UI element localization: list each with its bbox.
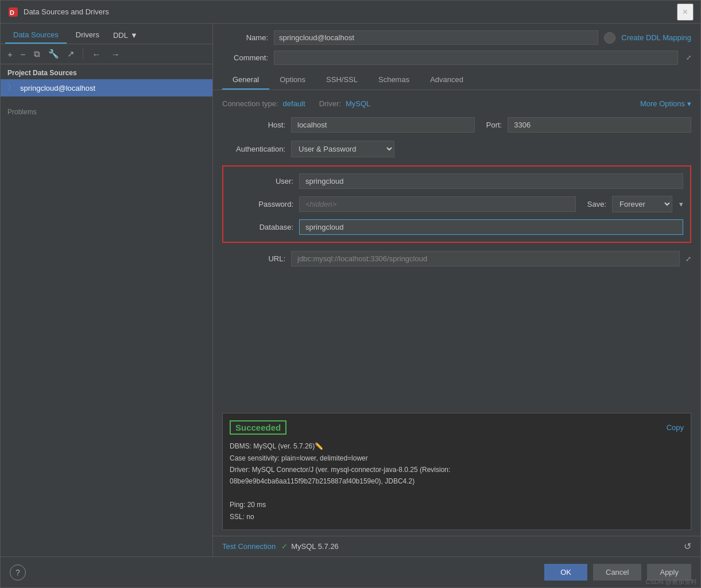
url-row: URL: ⤢ (222, 251, 691, 266)
url-input[interactable] (291, 251, 680, 266)
success-line-4: 08be9e9b4cba6aa115f9b27b215887af40b159e0… (230, 475, 684, 487)
user-row: User: (230, 173, 683, 189)
back-button[interactable]: ← (89, 48, 104, 60)
password-label: Password: (230, 200, 293, 208)
tab-advanced[interactable]: Advanced (420, 71, 474, 90)
datasource-name: springcloud@localhost (20, 84, 95, 92)
success-section: Succeeded Copy DBMS: MySQL (ver. 5.7.26)… (222, 413, 691, 530)
app-icon: D (7, 6, 19, 18)
main-content: Data Sources Drivers DDL ▼ + − ⧉ (1, 24, 700, 556)
conn-type-row: Connection type: default Driver: MySQL M… (222, 99, 691, 108)
problems-section: Problems (1, 101, 212, 123)
toolbar-row: + − ⧉ 🔧 ↗ ← → (1, 44, 212, 64)
auth-label: Authentication: (222, 145, 285, 153)
driver-label: Driver: (319, 99, 341, 108)
name-label: Name: (222, 33, 268, 42)
success-details: DBMS: MySQL (ver. 5.7.26)✏️ Case sensiti… (230, 440, 684, 523)
highlighted-credentials-section: User: Password: Save: Forever Until rest… (222, 165, 691, 243)
title-bar: D Data Sources and Drivers × (1, 1, 700, 24)
password-input[interactable] (299, 196, 576, 212)
host-row: Host: Port: (222, 117, 691, 133)
success-line-1: DBMS: MySQL (ver. 5.7.26)✏️ (230, 440, 684, 452)
right-top: Name: Create DDL Mapping Comment: ⤢ Gene… (213, 24, 700, 90)
action-bar: ? OK Cancel Apply (1, 556, 700, 587)
tab-sshssl[interactable]: SSH/SSL (316, 71, 368, 90)
succeeded-badge: Succeeded (230, 420, 286, 435)
url-expand-button[interactable]: ⤢ (685, 255, 691, 263)
tab-drivers[interactable]: Drivers (68, 27, 107, 44)
left-panel: Data Sources Drivers DDL ▼ + − ⧉ (1, 24, 213, 556)
bottom-bar: Test Connection ✓ MySQL 5.7.26 ↺ (213, 536, 700, 556)
host-input[interactable] (291, 117, 475, 133)
save-label: Save: (587, 200, 606, 208)
port-label: Port: (486, 121, 502, 129)
connection-status: ✓ MySQL 5.7.26 (281, 542, 339, 551)
dialog-window: D Data Sources and Drivers × Data Source… (0, 0, 701, 588)
remove-button[interactable]: − (18, 48, 28, 60)
auth-select[interactable]: User & Password No auth LDAP (291, 141, 394, 157)
comment-row: Comment: ⤢ (222, 51, 691, 65)
copy-button[interactable]: ⧉ (32, 48, 42, 60)
tab-options[interactable]: Options (269, 71, 316, 90)
test-connection-link[interactable]: Test Connection (222, 542, 276, 551)
close-button[interactable]: × (677, 3, 694, 21)
export-button[interactable]: ↗ (65, 48, 77, 60)
cancel-button[interactable]: Cancel (593, 564, 641, 581)
chevron-down-icon: ▾ (687, 99, 691, 108)
comment-label: Comment: (222, 53, 268, 62)
more-options-link[interactable]: More Options ▾ (640, 99, 691, 108)
comment-input[interactable] (274, 51, 678, 65)
tab-general[interactable]: General (222, 71, 269, 90)
datasource-item-springcloud[interactable]: 〉 springcloud@localhost (1, 79, 212, 96)
settings-icon: 🔧 (48, 49, 59, 59)
save-select[interactable]: Forever Until restart Never (612, 196, 672, 212)
forward-icon: → (111, 49, 120, 59)
tab-data-sources[interactable]: Data Sources (5, 27, 67, 44)
database-input[interactable] (299, 219, 683, 235)
success-line-7: SSL: no (230, 511, 684, 523)
back-icon: ← (92, 49, 101, 59)
create-ddl-link[interactable]: Create DDL Mapping (621, 33, 691, 42)
tab-ddl[interactable]: DDL ▼ (109, 28, 142, 43)
circle-button[interactable] (604, 32, 615, 44)
conn-type-label: Connection type: (222, 99, 278, 108)
forward-button[interactable]: → (108, 48, 123, 60)
settings-button[interactable]: 🔧 (46, 48, 61, 60)
port-input[interactable] (508, 117, 691, 133)
copy-icon: ⧉ (34, 49, 40, 59)
success-header: Succeeded Copy (230, 420, 684, 435)
expand-comment-button[interactable]: ⤢ (686, 54, 691, 61)
user-input[interactable] (299, 173, 683, 189)
success-line-6: Ping: 20 ms (230, 499, 684, 510)
tab-schemas[interactable]: Schemas (368, 71, 420, 90)
name-row: Name: Create DDL Mapping (222, 30, 691, 45)
database-icon: 〉 (7, 83, 16, 93)
driver-value[interactable]: MySQL (346, 99, 370, 108)
help-button[interactable]: ? (10, 564, 26, 581)
url-label: URL: (222, 254, 285, 263)
check-icon: ✓ (281, 542, 288, 551)
chevron-down-icon: ▼ (130, 31, 138, 40)
dialog-title: Data Sources and Drivers (24, 7, 677, 16)
right-panel: Name: Create DDL Mapping Comment: ⤢ Gene… (213, 24, 700, 556)
user-label: User: (230, 177, 293, 185)
host-label: Host: (222, 121, 285, 129)
add-button[interactable]: + (5, 48, 15, 60)
success-line-3: Driver: MySQL Connector/J (ver. mysql-co… (230, 464, 684, 475)
database-label: Database: (230, 223, 293, 231)
conn-version: MySQL 5.7.26 (291, 542, 339, 551)
left-tabs-row: Data Sources Drivers DDL ▼ (1, 24, 212, 44)
project-data-sources-header: Project Data Sources (1, 64, 212, 79)
conn-type-value[interactable]: default (283, 99, 305, 108)
name-input[interactable] (274, 30, 598, 45)
svg-text:D: D (10, 9, 14, 16)
export-icon: ↗ (67, 49, 75, 59)
password-row: Password: Save: Forever Until restart Ne… (230, 196, 683, 212)
tab-content-general: Connection type: default Driver: MySQL M… (213, 90, 700, 413)
ok-button[interactable]: OK (544, 564, 587, 581)
refresh-button[interactable]: ↺ (684, 541, 691, 552)
success-line-2: Case sensitivity: plain=lower, delimited… (230, 452, 684, 464)
save-dropdown-arrow: ▾ (679, 200, 683, 208)
auth-row: Authentication: User & Password No auth … (222, 141, 691, 157)
copy-link[interactable]: Copy (667, 423, 684, 432)
